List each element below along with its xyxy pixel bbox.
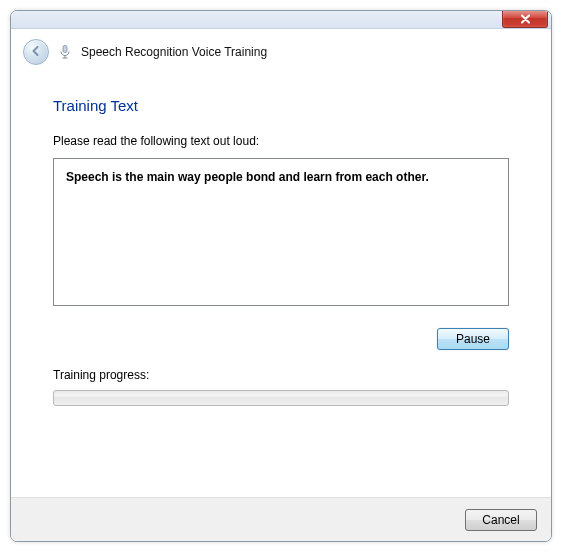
progress-label: Training progress:	[53, 368, 509, 382]
dialog-window: Speech Recognition Voice Training Traini…	[10, 10, 552, 542]
cancel-button[interactable]: Cancel	[465, 509, 537, 531]
microphone-icon	[57, 44, 73, 60]
page-title: Speech Recognition Voice Training	[81, 45, 267, 59]
section-title: Training Text	[53, 97, 509, 114]
content-area: Training Text Please read the following …	[11, 73, 551, 406]
pause-button[interactable]: Pause	[437, 328, 509, 350]
svg-rect-0	[63, 46, 67, 53]
titlebar	[11, 11, 551, 29]
pause-row: Pause	[53, 328, 509, 350]
instruction-text: Please read the following text out loud:	[53, 134, 509, 148]
training-text-box: Speech is the main way people bond and l…	[53, 158, 509, 306]
header-row: Speech Recognition Voice Training	[11, 29, 551, 73]
training-text: Speech is the main way people bond and l…	[66, 170, 429, 184]
back-arrow-icon	[30, 43, 42, 61]
back-button[interactable]	[23, 39, 49, 65]
close-icon	[520, 10, 531, 28]
close-button[interactable]	[502, 10, 548, 28]
progress-bar	[53, 390, 509, 406]
dialog-footer: Cancel	[11, 497, 551, 541]
